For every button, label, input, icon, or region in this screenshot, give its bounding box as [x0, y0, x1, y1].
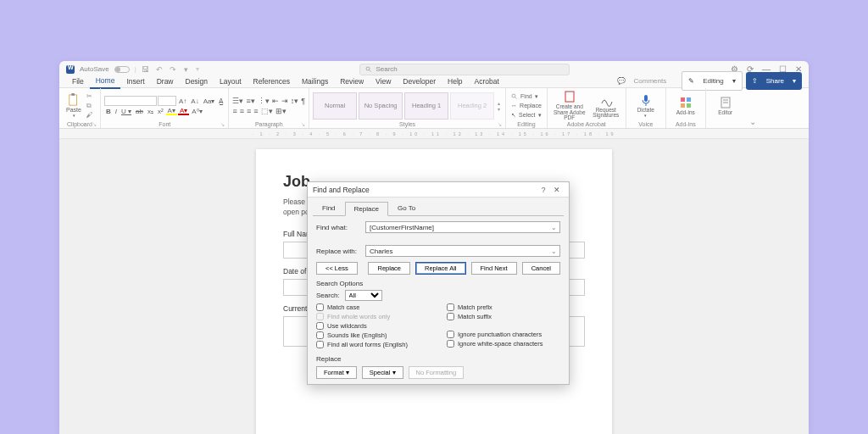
- create-pdf-button[interactable]: Create and Share Adobe PDF: [551, 90, 588, 121]
- borders-icon[interactable]: ⊞▾: [275, 107, 287, 115]
- search-direction-select[interactable]: All: [345, 290, 382, 301]
- highlight-button[interactable]: A▾: [166, 108, 177, 115]
- tab-developer[interactable]: Developer: [397, 75, 442, 88]
- bold-button[interactable]: B: [104, 108, 113, 115]
- dictate-button[interactable]: Dictate▾: [630, 93, 662, 119]
- replace-button[interactable]: ↔Replace: [509, 101, 543, 110]
- addins-button[interactable]: Add-ins: [670, 96, 702, 116]
- close-dialog-icon[interactable]: ✕: [550, 186, 564, 194]
- shrink-font-icon[interactable]: A↓: [189, 97, 200, 105]
- no-formatting-button[interactable]: No Formatting: [409, 366, 465, 379]
- style-normal[interactable]: Normal: [313, 92, 357, 120]
- copy-icon[interactable]: ⧉: [86, 102, 97, 110]
- autosave-toggle[interactable]: [114, 66, 130, 73]
- special-button[interactable]: Special ▾: [362, 366, 403, 379]
- style-nospacing[interactable]: No Spacing: [359, 92, 403, 120]
- select-button[interactable]: ↖Select ▾: [509, 110, 543, 120]
- chk-wildcards[interactable]: Use wildcards: [316, 322, 430, 330]
- tab-acrobat[interactable]: Acrobat: [469, 75, 505, 88]
- svg-rect-9: [687, 97, 691, 102]
- svg-line-5: [515, 97, 517, 98]
- italic-button[interactable]: I: [114, 108, 119, 115]
- signature-icon: [599, 93, 613, 107]
- font-color-button[interactable]: A▾: [178, 108, 189, 115]
- style-heading1[interactable]: Heading 1: [404, 92, 448, 120]
- find-icon: [511, 93, 518, 100]
- chk-match-case[interactable]: Match case: [316, 303, 430, 311]
- numbering-icon[interactable]: ≡▾: [246, 97, 254, 105]
- svg-line-1: [370, 70, 371, 71]
- svg-rect-6: [565, 92, 574, 102]
- tab-view[interactable]: View: [370, 75, 397, 88]
- search-box[interactable]: Search: [359, 64, 570, 75]
- chk-ignore-ws[interactable]: Ignore white-space characters: [447, 340, 560, 348]
- cancel-button[interactable]: Cancel: [522, 262, 560, 275]
- ruler: · 1 · 2 · 3 · 4 · 5 · 6 · 7 · 8 · 9 · 10…: [59, 129, 809, 139]
- style-heading2[interactable]: Heading 2: [450, 92, 494, 120]
- tab-references[interactable]: References: [248, 75, 296, 88]
- group-editor: Editor: [706, 88, 745, 128]
- ribbon-collapse-icon[interactable]: ⌄: [745, 88, 760, 128]
- tab-help[interactable]: Help: [442, 75, 468, 88]
- format-button[interactable]: Format ▾: [316, 366, 357, 379]
- share-button[interactable]: ⇪ Share ▾: [746, 72, 802, 90]
- align-left-icon[interactable]: ≡: [232, 107, 236, 115]
- font-size-dropdown[interactable]: [158, 96, 176, 106]
- tab-home[interactable]: Home: [90, 74, 121, 89]
- chk-match-prefix[interactable]: Match prefix: [447, 303, 560, 311]
- tab-design[interactable]: Design: [180, 75, 214, 88]
- find-what-input[interactable]: [CustomerFirstName]: [365, 221, 560, 233]
- comments-button[interactable]: 💬 Comments: [611, 75, 678, 87]
- replace-one-button[interactable]: Replace: [368, 262, 410, 275]
- format-painter-icon[interactable]: 🖌: [86, 111, 97, 120]
- tab-mailings[interactable]: Mailings: [296, 75, 334, 88]
- less-button[interactable]: << Less: [316, 262, 358, 275]
- tab-draw[interactable]: Draw: [151, 75, 180, 88]
- tab-find[interactable]: Find: [313, 201, 345, 215]
- replace-all-button[interactable]: Replace All: [415, 262, 466, 275]
- tab-insert[interactable]: Insert: [120, 75, 150, 88]
- help-icon[interactable]: ?: [537, 186, 550, 194]
- svg-rect-11: [687, 103, 691, 108]
- svg-point-4: [512, 94, 515, 97]
- dialog-titlebar[interactable]: Find and Replace ? ✕: [308, 182, 569, 198]
- chk-word-forms[interactable]: Find all word forms (English): [316, 341, 430, 348]
- cut-icon[interactable]: ✂: [86, 92, 97, 101]
- replace-with-input[interactable]: Charles: [365, 245, 560, 257]
- replace-with-label: Replace with:: [316, 248, 360, 255]
- tab-review[interactable]: Review: [334, 75, 370, 88]
- font-name-dropdown[interactable]: [104, 96, 157, 106]
- chk-sounds-like[interactable]: Sounds like (English): [316, 331, 430, 339]
- chk-ignore-punct[interactable]: Ignore punctuation characters: [447, 331, 560, 338]
- underline-button[interactable]: U ▾: [120, 108, 133, 115]
- paste-button[interactable]: Paste ▾: [63, 93, 85, 118]
- group-editing: Find ▾ ↔Replace ↖Select ▾ Editing: [506, 88, 548, 128]
- tab-replace[interactable]: Replace: [345, 202, 388, 216]
- dialog-title: Find and Replace: [313, 186, 370, 194]
- tab-file[interactable]: File: [66, 75, 90, 88]
- show-marks-icon[interactable]: ¶: [301, 97, 305, 105]
- group-addins: Add-ins Add-ins: [666, 88, 706, 128]
- save-icon[interactable]: 🖫: [142, 65, 150, 74]
- strike-button[interactable]: ab: [134, 108, 145, 115]
- tab-goto[interactable]: Go To: [388, 201, 425, 215]
- svg-point-0: [366, 67, 370, 70]
- tab-layout[interactable]: Layout: [214, 75, 248, 88]
- addins-icon: [679, 96, 693, 109]
- bullets-icon[interactable]: ☰▾: [232, 97, 243, 105]
- group-styles: Normal No Spacing Heading 1 Heading 2 ▴▾…: [309, 88, 506, 128]
- redo-icon[interactable]: ↷: [169, 65, 177, 74]
- grow-font-icon[interactable]: A↑: [177, 97, 188, 105]
- paste-icon: [68, 93, 80, 107]
- chk-whole-words[interactable]: Find whole words only: [316, 313, 430, 320]
- autosave-label: AutoSave: [80, 65, 109, 73]
- find-replace-dialog: Find and Replace ? ✕ Find Replace Go To …: [307, 181, 570, 385]
- undo-icon[interactable]: ↶: [155, 65, 164, 74]
- menu-tabs: File Home Insert Draw Design Layout Refe…: [59, 75, 809, 88]
- find-button[interactable]: Find ▾: [509, 92, 543, 101]
- word-icon: [66, 65, 75, 74]
- find-next-button[interactable]: Find Next: [471, 262, 517, 275]
- request-sig-button[interactable]: Request Signatures: [590, 93, 622, 119]
- chk-match-suffix[interactable]: Match suffix: [447, 313, 560, 320]
- editor-button[interactable]: Editor: [709, 96, 742, 116]
